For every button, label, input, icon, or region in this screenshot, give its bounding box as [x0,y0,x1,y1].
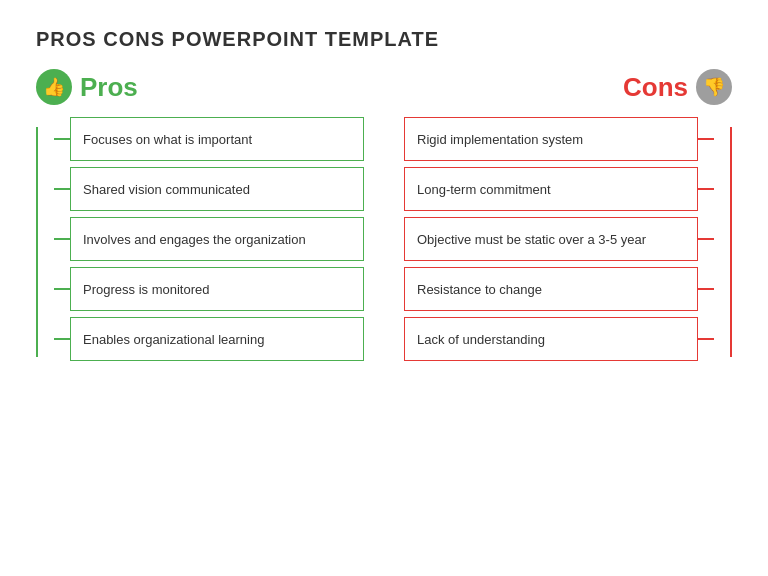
cons-connector [698,188,714,190]
pros-connector [54,238,70,240]
pros-box-1: Shared vision communicated [70,167,364,211]
pros-list-item: Shared vision communicated [54,167,364,211]
pros-vertical-line [36,127,38,357]
pros-list: Focuses on what is importantShared visio… [36,117,364,367]
cons-list-item: Lack of understanding [404,317,714,361]
cons-header: Cons 👎 [623,69,732,105]
pros-side: 👍 Pros Focuses on what is importantShare… [36,69,364,556]
cons-box-1: Long-term commitment [404,167,698,211]
cons-list-item: Rigid implementation system [404,117,714,161]
page-title: PROS CONS POWERPOINT TEMPLATE [36,28,732,51]
pros-header: 👍 Pros [36,69,364,105]
pros-list-item: Involves and engages the organization [54,217,364,261]
cons-box-0: Rigid implementation system [404,117,698,161]
cons-list-item: Long-term commitment [404,167,714,211]
middle-spacer [364,69,404,556]
cons-connector [698,138,714,140]
cons-connector [698,288,714,290]
cons-label: Cons [623,72,688,103]
cons-vertical-line [730,127,732,357]
cons-connector [698,338,714,340]
pros-list-item: Enables organizational learning [54,317,364,361]
cons-list-item: Resistance to change [404,267,714,311]
cons-list: Rigid implementation systemLong-term com… [404,117,732,367]
pros-box-0: Focuses on what is important [70,117,364,161]
pros-connector [54,188,70,190]
cons-side: Cons 👎 Rigid implementation systemLong-t… [404,69,732,556]
columns: 👍 Pros Focuses on what is importantShare… [36,69,732,556]
cons-connector [698,238,714,240]
cons-box-3: Resistance to change [404,267,698,311]
pros-label: Pros [80,72,138,103]
pros-box-3: Progress is monitored [70,267,364,311]
pros-connector [54,338,70,340]
pros-box-2: Involves and engages the organization [70,217,364,261]
pros-box-4: Enables organizational learning [70,317,364,361]
pros-connector [54,288,70,290]
page: PROS CONS POWERPOINT TEMPLATE 👍 Pros Foc… [0,0,768,576]
thumbs-down-icon: 👎 [696,69,732,105]
pros-connector [54,138,70,140]
pros-list-item: Focuses on what is important [54,117,364,161]
cons-box-4: Lack of understanding [404,317,698,361]
thumbs-up-icon: 👍 [36,69,72,105]
cons-list-item: Objective must be static over a 3-5 year [404,217,714,261]
pros-list-item: Progress is monitored [54,267,364,311]
cons-box-2: Objective must be static over a 3-5 year [404,217,698,261]
